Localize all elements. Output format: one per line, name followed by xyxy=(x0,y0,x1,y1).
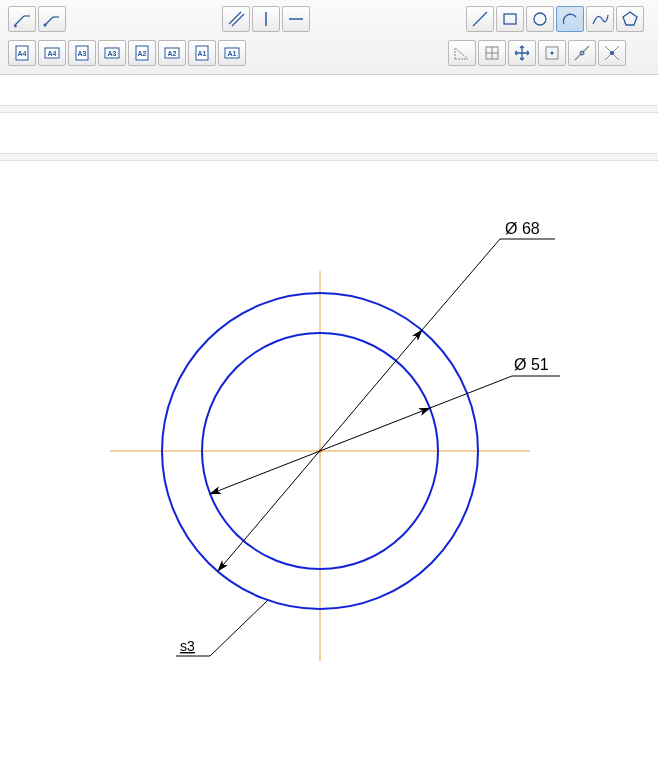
btn-snap-edge[interactable] xyxy=(568,40,596,66)
btn-paper-a2-1[interactable]: A2 xyxy=(128,40,156,66)
btn-dim-leader-2[interactable] xyxy=(38,6,66,32)
svg-point-0 xyxy=(44,24,47,27)
btn-snap-intersection[interactable] xyxy=(598,40,626,66)
btn-draw-circle[interactable] xyxy=(526,6,554,32)
group-draw-tools xyxy=(464,4,646,34)
drawing-canvas[interactable]: Ø 68 Ø 51 s3 xyxy=(0,161,658,741)
btn-snap-point[interactable] xyxy=(538,40,566,66)
btn-paper-a2-2[interactable]: A2 xyxy=(158,40,186,66)
btn-paper-a4-1[interactable]: A4 xyxy=(8,40,36,66)
btn-paper-a3-2[interactable]: A3 xyxy=(98,40,126,66)
center-axes xyxy=(110,271,530,661)
svg-point-21 xyxy=(551,52,554,55)
dim-diameter-inner[interactable]: Ø 51 xyxy=(210,356,560,494)
btn-paper-a4-2[interactable]: A4 xyxy=(38,40,66,66)
btn-draw-rect[interactable] xyxy=(496,6,524,32)
surface-label: s3 xyxy=(180,638,195,654)
btn-draw-line[interactable] xyxy=(466,6,494,32)
svg-rect-6 xyxy=(504,14,516,24)
svg-line-5 xyxy=(473,12,487,26)
btn-paper-a3-1[interactable]: A3 xyxy=(68,40,96,66)
btn-constraint-horizontal[interactable] xyxy=(282,6,310,32)
svg-point-7 xyxy=(534,13,546,25)
dim-inner-label: Ø 51 xyxy=(514,356,549,373)
group-snap-tools xyxy=(446,38,628,68)
group-constraints xyxy=(220,4,312,34)
btn-snap-grid[interactable] xyxy=(478,40,506,66)
svg-line-35 xyxy=(210,600,268,656)
toolbar: A4 A4 A3 A3 A2 A2 A1 A1 xyxy=(0,0,658,75)
surface-note[interactable]: s3 xyxy=(176,600,268,656)
btn-paper-a1-1[interactable]: A1 xyxy=(188,40,216,66)
btn-dim-leader-1[interactable] xyxy=(8,6,36,32)
btn-draw-spline[interactable] xyxy=(586,6,614,32)
btn-constraint-parallel[interactable] xyxy=(222,6,250,32)
btn-snap-angle[interactable] xyxy=(448,40,476,66)
btn-move-free[interactable] xyxy=(508,40,536,66)
group-paper-sizes: A4 A4 A3 A3 A2 A2 A1 A1 xyxy=(6,38,248,68)
svg-point-26 xyxy=(610,51,614,55)
btn-draw-polygon[interactable] xyxy=(616,6,644,32)
group-leader-tools xyxy=(6,4,68,34)
separator-bar-2 xyxy=(0,153,658,161)
btn-constraint-vertical[interactable] xyxy=(252,6,280,32)
dim-diameter-outer[interactable]: Ø 68 xyxy=(218,220,555,571)
svg-line-22 xyxy=(575,46,589,60)
btn-draw-arc[interactable] xyxy=(556,6,584,32)
btn-paper-a1-2[interactable]: A1 xyxy=(218,40,246,66)
separator-bar-1 xyxy=(0,105,658,113)
svg-marker-8 xyxy=(623,12,637,25)
svg-line-30 xyxy=(422,239,500,330)
dim-outer-label: Ø 68 xyxy=(505,220,540,237)
